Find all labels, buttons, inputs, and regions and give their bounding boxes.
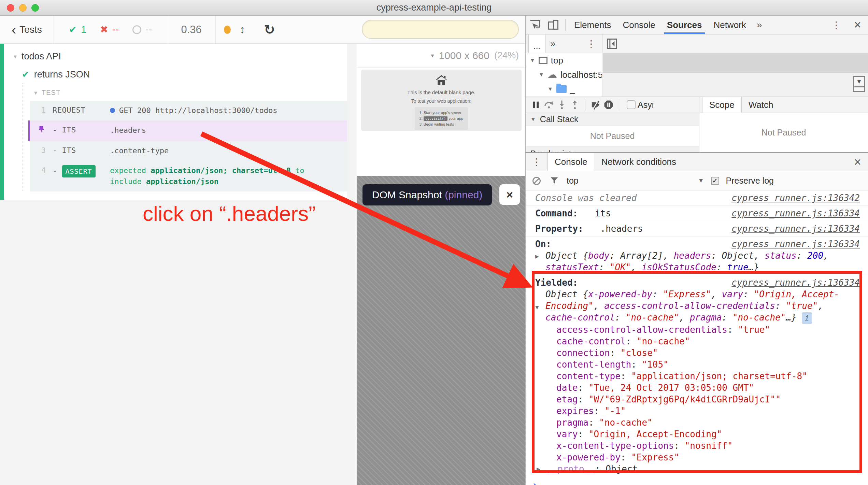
property-value: "Tue, 24 Oct 2017 03:05:00 GMT" (588, 383, 754, 393)
execution-context-selector[interactable]: top (567, 176, 579, 186)
tab-network[interactable]: Network (708, 16, 752, 34)
viewport-menu-caret-icon[interactable]: ▾ (431, 52, 434, 59)
tree-item-localhost[interactable]: ▼ ☁ localhost:5 (526, 68, 602, 82)
command-row-its-headers[interactable]: - ITS .headers (28, 120, 347, 141)
frame-icon (539, 57, 547, 64)
command-row-its-content-type[interactable]: 3 - ITS .content-type (30, 141, 347, 161)
command-row-assert[interactable]: 4 - ASSERT expected application/json; ch… (30, 161, 347, 191)
deactivate-breakpoints-icon[interactable] (590, 99, 601, 110)
test-section-row[interactable]: ▾ TEST (34, 89, 347, 97)
property-value: "Origin, Accept-Encoding" (588, 429, 722, 439)
cloud-icon: ☁ (547, 71, 557, 78)
source-editor-area: ▼ (603, 53, 868, 97)
url-bar[interactable] (362, 20, 519, 39)
header-property-row[interactable]: content-length: "105" (556, 359, 860, 370)
filter-icon[interactable] (549, 175, 560, 186)
breakpoints-header-clipped[interactable]: Breakpoints (526, 146, 699, 152)
scope-watch-tabs: Scope Watch (699, 97, 868, 113)
suite-title-row[interactable]: ▾ todos API (0, 51, 347, 62)
pending-stat[interactable]: -- (132, 24, 152, 35)
inspect-element-icon[interactable] (529, 19, 541, 31)
devtools-toolbar: Elements Console Sources Network » ⋮ × (526, 16, 868, 34)
drawer-menu-icon[interactable]: ⋮ (526, 156, 547, 168)
app-preview-column: ▾ 1000 x 660 (24%) This is the default b… (357, 44, 525, 485)
context-caret-icon[interactable]: ▼ (698, 177, 704, 184)
pause-on-exceptions-icon[interactable] (603, 99, 614, 110)
navigator-menu-icon[interactable]: ⋮ (580, 38, 602, 49)
console-toolbar: top ▼ ✓ Preserve log (526, 171, 868, 190)
on-object-preview[interactable]: ▶ Object {body: Array[2], headers: Objec… (535, 250, 842, 273)
drawer-tab-network-conditions[interactable]: Network conditions (594, 153, 683, 171)
collapse-sidebar-icon[interactable] (606, 38, 618, 49)
source-link[interactable]: cypress_runner.js:136334 (731, 277, 860, 288)
expand-caret-icon[interactable]: ▶ (537, 463, 540, 475)
header-property-row[interactable]: expires: "-1" (556, 405, 860, 417)
refresh-icon[interactable]: ↻ (264, 22, 275, 37)
passed-stat[interactable]: ✔ 1 (69, 24, 87, 35)
header-property-row[interactable]: access-control-allow-credentials: "true" (556, 324, 860, 336)
source-link[interactable]: cypress_runner.js:136342 (731, 192, 860, 204)
cypress-reporter: ▾ todos API ✔ returns JSON ▾ TEST 1 REQU… (0, 44, 357, 485)
step-into-icon[interactable] (556, 99, 567, 110)
expand-caret-icon[interactable]: ▶ (535, 251, 539, 262)
test-title-row[interactable]: ✔ returns JSON (0, 69, 347, 80)
tab-list-dropdown-icon[interactable]: ▼ (853, 76, 865, 92)
pin-icon (37, 125, 46, 134)
drawer-close-icon[interactable]: × (847, 155, 868, 169)
device-toolbar-icon[interactable] (547, 19, 559, 31)
more-tabs-icon[interactable]: » (752, 19, 767, 30)
console-prompt[interactable]: › (526, 476, 868, 485)
header-property-row[interactable]: x-content-type-options: "nosniff" (556, 440, 860, 452)
tree-item-folder[interactable]: ▼ _ (526, 82, 602, 96)
preserve-log-checkbox[interactable]: ✓ (711, 177, 719, 185)
back-to-tests-button[interactable]: ‹ Tests (0, 16, 54, 43)
command-number: 1 (30, 105, 53, 115)
header-property-row[interactable]: connection: "close" (556, 347, 860, 359)
property-name: x-content-type-options (556, 441, 674, 451)
header-property-row[interactable]: date: "Tue, 24 Oct 2017 03:05:00 GMT" (556, 382, 860, 394)
drawer-tab-console[interactable]: Console (547, 153, 594, 171)
yielded-object-preview[interactable]: ▼ Object {x-powered-by: "Express", vary:… (535, 288, 842, 324)
call-stack-header[interactable]: ▼ Call Stack (526, 113, 699, 126)
header-property-row[interactable]: x-powered-by: "Express" (556, 452, 860, 463)
caret-down-icon: ▼ (530, 116, 536, 123)
clear-console-icon[interactable] (531, 175, 542, 186)
proto-row[interactable]: ▶ __proto__: Object (535, 463, 860, 475)
header-property-row[interactable]: content-type: "application/json; charset… (556, 370, 860, 382)
tab-elements[interactable]: Elements (568, 16, 617, 34)
unpin-snapshot-button[interactable]: × (499, 184, 520, 205)
command-number: 3 (30, 145, 53, 156)
header-property-row[interactable]: pragma: "no-cache" (556, 417, 860, 428)
test-name: returns JSON (34, 69, 90, 80)
source-link[interactable]: cypress_runner.js:136334 (731, 238, 860, 250)
file-navigator-tree: ▼ top ▼ ☁ localhost:5 ▼ _ (526, 53, 602, 97)
tab-console[interactable]: Console (617, 16, 661, 34)
source-link[interactable]: cypress_runner.js:136334 (731, 208, 860, 219)
async-checkbox[interactable] (627, 100, 636, 109)
header-property-row[interactable]: vary: "Origin, Accept-Encoding" (556, 428, 860, 440)
info-icon[interactable]: i (802, 312, 812, 324)
devtools-menu-icon[interactable]: ⋮ (825, 19, 847, 31)
header-property-row[interactable]: etag: "W/"69-ZdRptxjg6Pq/k4diCGRrD9aUjcI… (556, 394, 860, 405)
collapse-caret-icon[interactable]: ▼ (535, 301, 539, 313)
pause-script-icon[interactable] (530, 99, 541, 110)
tab-sources[interactable]: Sources (661, 16, 708, 34)
call-stack-empty: Not Paused (526, 126, 699, 146)
step-over-icon[interactable] (543, 99, 554, 110)
devtools-close-icon[interactable]: × (847, 18, 868, 32)
header-property-row[interactable]: cache-control: "no-cache" (556, 336, 860, 347)
source-link[interactable]: cypress_runner.js:136334 (731, 223, 860, 234)
step-out-icon[interactable] (569, 99, 580, 110)
navigator-more-icon[interactable]: » (545, 38, 560, 49)
command-method: - ITS (53, 145, 110, 156)
command-row-request[interactable]: 1 REQUEST GET 200 http://localhost:3000/… (30, 101, 347, 120)
blank-page-step1: 1. Start your app's server (419, 110, 463, 116)
tab-watch[interactable]: Watch (742, 97, 780, 113)
collapse-caret-icon: ▾ (14, 53, 17, 60)
on-label: On: (535, 239, 551, 249)
suite-title: todos API (22, 51, 61, 62)
navigator-overflow-tab[interactable]: ... (528, 34, 545, 53)
tab-scope[interactable]: Scope (702, 97, 742, 113)
tree-item-top[interactable]: ▼ top (526, 53, 602, 68)
failed-stat[interactable]: ✖ -- (100, 24, 119, 35)
